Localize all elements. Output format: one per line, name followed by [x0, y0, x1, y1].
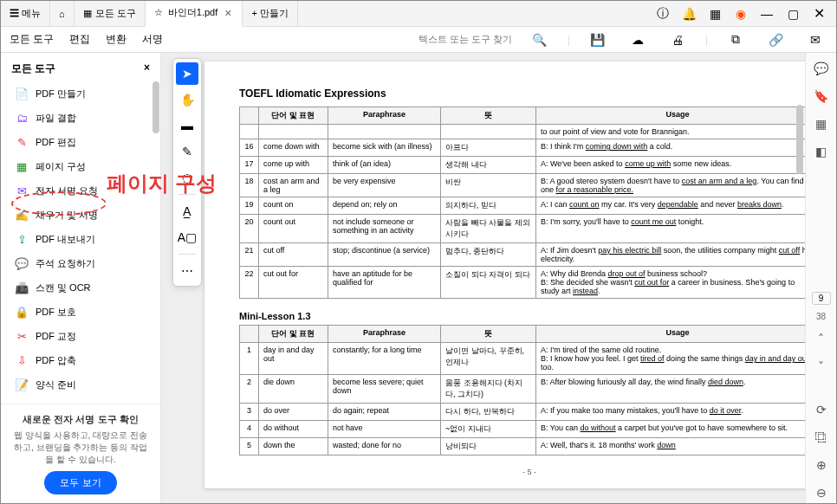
table-row: 18cost an arm and a legbe very expensive… — [240, 174, 806, 197]
menu-all-tools[interactable]: 모든 도구 — [10, 32, 54, 47]
promo-body: 웹 양식을 사용하고, 대량으로 전송하고, 브랜딩을 추가하는 등의 작업을 … — [13, 430, 148, 466]
mail-icon[interactable]: ✉ — [803, 28, 827, 52]
sidebar-item-icon: ▦ — [15, 159, 29, 173]
text-tool-icon[interactable]: A̲ — [176, 200, 198, 223]
table-row: 2die downbecome less severe; quiet down몸… — [240, 375, 806, 404]
cloud-upload-icon[interactable]: ☁ — [626, 28, 650, 52]
sidebar-item-1[interactable]: 🗂파일 결합 — [1, 106, 160, 130]
sidebar-item-7[interactable]: 💬주석 요청하기 — [1, 251, 160, 275]
search-label: 텍스트 또는 도구 찾기 — [418, 33, 512, 46]
sidebar-item-icon: 💬 — [15, 256, 29, 270]
sidebar-item-3[interactable]: ▦페이지 구성 — [1, 154, 160, 178]
sidebar-item-label: PDF 편집 — [36, 136, 76, 149]
sidebar-item-label: 양식 준비 — [36, 378, 76, 391]
right-rail: 💬 🔖 ▦ ◧ 9 38 ˄ ˅ ⟳ ⿻ ⊕ ⊖ — [805, 53, 836, 503]
more-tools-icon[interactable]: ⋯ — [176, 260, 198, 282]
rotate-icon[interactable]: ⟳ — [811, 399, 832, 420]
work-area: 모든 도구 × 📄PDF 만들기🗂파일 결합✎PDF 편집▦페이지 구성✉전자 … — [1, 53, 836, 503]
highlight-tool-icon[interactable]: ▬ — [176, 114, 198, 137]
sidebar-item-5[interactable]: ✍채우기 및 서명 — [1, 203, 160, 227]
maximize-button[interactable]: ▢ — [781, 2, 805, 26]
profile-icon[interactable]: ◉ — [729, 2, 753, 26]
search-icon[interactable]: 🔍 — [528, 28, 552, 52]
sidebar-item-12[interactable]: 📝양식 준비 — [1, 372, 160, 397]
document-tab-label: 바인더1.pdf — [168, 6, 217, 19]
sub-heading: Mini-Lesson 1.3 — [239, 311, 805, 321]
sidebar-item-13[interactable]: ⇄PDF로 변환 — [1, 397, 160, 404]
link-icon[interactable]: 🔗 — [763, 28, 788, 52]
all-tools-tab[interactable]: ▦ 모든 도구 — [75, 1, 146, 27]
sidebar-item-0[interactable]: 📄PDF 만들기 — [1, 81, 160, 106]
sidebar-item-icon: 🔒 — [15, 305, 29, 319]
sidebar-item-10[interactable]: ✂PDF 교정 — [1, 324, 160, 348]
sidebar-item-9[interactable]: 🔒PDF 보호 — [1, 300, 160, 324]
sidebar-close-button[interactable]: × — [144, 61, 150, 76]
sidebar-item-icon: ✍ — [15, 208, 29, 222]
table-row: 1day in and day outconstantly; for a lon… — [240, 343, 806, 375]
new-tab-button[interactable]: + 만들기 — [243, 1, 297, 27]
sidebar-item-icon: 🗂 — [15, 111, 29, 125]
title-bar: ☰ 메뉴 ⌂ ▦ 모든 도구 ☆ 바인더1.pdf × + 만들기 ⓘ 🔔 ▦ … — [1, 1, 836, 27]
sidebar-item-8[interactable]: 📠스캔 및 OCR — [1, 275, 160, 300]
doc-scrollbar[interactable] — [795, 53, 805, 503]
table-row: 22cut out forhave an aptitude for be qua… — [240, 267, 806, 299]
table-1: 단어 및 표현Paraphrase뜻Usage to our point of … — [239, 107, 805, 299]
grid-icon: ▦ — [83, 8, 92, 19]
text-select-icon[interactable]: A▢ — [176, 226, 198, 249]
sidebar-item-icon: 📝 — [15, 378, 29, 391]
table-row: 16come down withbecome sick with (an ill… — [240, 139, 806, 157]
draw-tool-icon[interactable]: ✎ — [176, 140, 198, 163]
sidebar-scrollbar[interactable] — [152, 81, 160, 404]
menu-edit[interactable]: 편집 — [69, 32, 90, 47]
table-row: 3do overdo again; repeat다시 하다, 반복하다A: If… — [240, 404, 806, 421]
thumbnails-icon[interactable]: ▦ — [811, 113, 832, 134]
sidebar-item-label: 전자 서명 요청 — [36, 184, 98, 197]
bell-icon[interactable]: 🔔 — [677, 2, 701, 26]
page-fit-icon[interactable]: ⿻ — [811, 427, 832, 448]
zoom-in-icon[interactable]: ⊕ — [811, 455, 832, 475]
comment-icon[interactable]: 💬 — [811, 58, 832, 79]
layers-icon[interactable]: ◧ — [811, 141, 832, 162]
share-icon[interactable]: ⧉ — [723, 28, 748, 52]
sidebar-item-label: 파일 결합 — [36, 112, 76, 125]
sidebar-item-icon: ⇪ — [15, 232, 29, 246]
bookmark-icon[interactable]: 🔖 — [811, 86, 832, 107]
document-tab[interactable]: ☆ 바인더1.pdf × — [146, 1, 243, 27]
sidebar-item-6[interactable]: ⇪PDF 내보내기 — [1, 227, 160, 251]
sidebar-item-label: 채우기 및 서명 — [36, 209, 98, 222]
save-icon[interactable]: 💾 — [586, 28, 610, 52]
minimize-button[interactable]: — — [755, 2, 779, 26]
sidebar-item-icon: ✎ — [15, 135, 29, 149]
page-indicator[interactable]: 9 — [812, 292, 831, 305]
sidebar-item-label: PDF 보호 — [36, 306, 76, 319]
erase-tool-icon[interactable]: ◌ — [176, 166, 198, 189]
zoom-out-icon[interactable]: ⊖ — [811, 482, 832, 503]
document-view[interactable]: TOEFL Idiomatic Expressions 단어 및 표현Parap… — [161, 53, 805, 503]
table-row: 4do withoutnot have~없이 지내다B: You can do … — [240, 421, 806, 438]
help-icon[interactable]: ⓘ — [651, 2, 675, 26]
all-tools-tab-label: 모든 도구 — [95, 7, 136, 20]
promo-button[interactable]: 모두 보기 — [44, 471, 116, 494]
table-row: to our point of view and vote for Branni… — [240, 125, 806, 139]
hand-tool-icon[interactable]: ✋ — [176, 88, 198, 111]
select-tool-icon[interactable]: ➤ — [176, 62, 198, 85]
sidebar-item-2[interactable]: ✎PDF 편집 — [1, 130, 160, 154]
sidebar-item-icon: 📠 — [15, 281, 29, 294]
menu-convert[interactable]: 변환 — [106, 32, 127, 47]
sidebar-item-11[interactable]: ⇩PDF 압축 — [1, 348, 160, 372]
table-row: 17come up withthink of (an idea)생각해 내다A:… — [240, 157, 806, 174]
menu-button[interactable]: ☰ 메뉴 — [1, 1, 50, 27]
sidebar-item-4[interactable]: ✉전자 서명 요청 — [1, 178, 160, 203]
apps-icon[interactable]: ▦ — [703, 2, 727, 26]
sidebar-item-label: PDF 내보내기 — [36, 233, 95, 246]
menu-sign[interactable]: 서명 — [142, 32, 163, 47]
sidebar-item-label: 스캔 및 OCR — [36, 281, 91, 294]
print-icon[interactable]: 🖨 — [665, 28, 690, 52]
nav-up-icon[interactable]: ˄ — [811, 328, 832, 349]
sidebar-item-label: PDF 압축 — [36, 354, 76, 367]
close-window-button[interactable]: ✕ — [807, 2, 831, 26]
home-button[interactable]: ⌂ — [50, 1, 75, 27]
table-row: 19count ondepend on; rely on의지하다, 믿다A: I… — [240, 197, 806, 215]
tab-close-button[interactable]: × — [223, 6, 233, 20]
nav-down-icon[interactable]: ˅ — [811, 356, 832, 377]
